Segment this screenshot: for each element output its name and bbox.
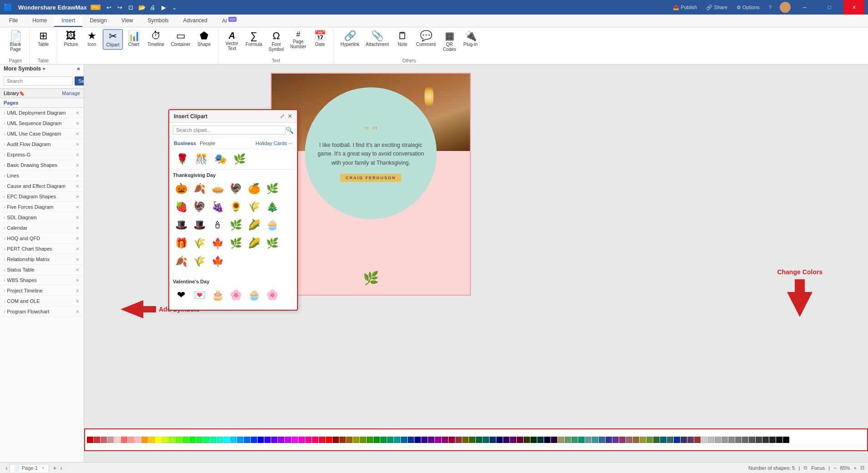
library-item-lines[interactable]: › Lines ✕ (0, 171, 84, 181)
color-swatch[interactable] (223, 437, 230, 443)
clipart-item[interactable]: 🎩 (173, 217, 189, 233)
clipart-item[interactable]: 🌽 (246, 235, 262, 252)
user-avatar[interactable] (780, 2, 791, 13)
color-swatch[interactable] (701, 437, 707, 443)
remove-icon[interactable]: ✕ (75, 215, 80, 220)
color-swatch[interactable] (681, 437, 687, 443)
color-swatch[interactable] (401, 437, 407, 443)
color-swatch[interactable] (87, 437, 93, 443)
color-swatch[interactable] (715, 437, 721, 443)
page-tab-close-icon[interactable]: ✕ (41, 466, 45, 470)
formula-button[interactable]: ∑ Formula (243, 29, 265, 49)
clipart-item[interactable]: ❤ (173, 287, 189, 303)
color-swatch[interactable] (490, 437, 496, 443)
qat-more-button[interactable]: ⌄ (170, 2, 180, 12)
color-swatch[interactable] (210, 437, 216, 443)
remove-icon[interactable]: ✕ (75, 257, 80, 262)
clipart-item[interactable]: 🍓 (173, 199, 189, 215)
clipart-item[interactable]: 🍂 (191, 181, 207, 197)
color-swatch[interactable] (264, 437, 271, 443)
library-item-sdl-diagram[interactable]: › SDL Diagram ✕ (0, 212, 84, 223)
clipart-item[interactable]: 🎄 (264, 199, 280, 215)
clipart-holiday-2[interactable]: 🎊 (193, 151, 209, 167)
clipart-item[interactable]: 🎃 (173, 181, 189, 197)
clipart-item[interactable]: 🕯 (209, 217, 226, 233)
run-button[interactable]: ▶ (159, 2, 169, 12)
date-button[interactable]: 📅 Date (310, 29, 330, 49)
color-swatch[interactable] (373, 437, 380, 443)
library-item-relationship-matrix[interactable]: › Relationship Matrix ✕ (0, 254, 84, 265)
tab-insert[interactable]: Insert (54, 15, 82, 27)
add-page-button[interactable]: + (51, 464, 58, 472)
color-swatch[interactable] (653, 437, 660, 443)
clipart-expand-icon[interactable]: ⤢ (280, 113, 285, 120)
library-item-status-table[interactable]: › Status Table ✕ (0, 265, 84, 275)
clipart-item[interactable]: 🍁 (209, 235, 226, 252)
clipart-item[interactable]: 🥧 (209, 181, 226, 197)
clipart-item[interactable]: 🦃 (191, 199, 207, 215)
clipart-item[interactable]: 🌿 (264, 235, 280, 252)
remove-icon[interactable]: ✕ (75, 288, 80, 293)
icon-button[interactable]: ★ Icon (82, 29, 102, 49)
timeline-button[interactable]: ⏱ Timeline (145, 29, 167, 49)
remove-icon[interactable]: ✕ (75, 205, 80, 210)
color-swatch[interactable] (585, 437, 591, 443)
page-1-tab[interactable]: 📄 Page-1 ✕ (10, 464, 49, 472)
tab-view[interactable]: View (114, 15, 141, 27)
note-button[interactable]: 🗒 Note (393, 29, 413, 49)
color-swatch[interactable] (442, 437, 448, 443)
clipart-item[interactable]: 🌾 (246, 199, 262, 215)
color-swatch[interactable] (176, 437, 182, 443)
shape-button[interactable]: ⬟ Shape (194, 29, 214, 49)
color-swatch[interactable] (339, 437, 346, 443)
pages-link[interactable]: Pages (4, 100, 18, 106)
remove-icon[interactable]: ✕ (75, 142, 80, 147)
color-swatch[interactable] (694, 437, 701, 443)
color-swatch[interactable] (107, 437, 114, 443)
color-swatch[interactable] (735, 437, 742, 443)
color-swatch[interactable] (633, 437, 639, 443)
clipart-item[interactable]: 🧁 (264, 217, 280, 233)
color-swatch[interactable] (667, 437, 673, 443)
clipart-item[interactable]: 🎩 (191, 217, 207, 233)
library-item-project-timeline[interactable]: › Project Timeline ✕ (0, 286, 84, 296)
clipart-search-input[interactable] (173, 126, 286, 135)
color-swatch[interactable] (326, 437, 332, 443)
color-swatch[interactable] (162, 437, 168, 443)
color-swatch[interactable] (537, 437, 544, 443)
clipart-holiday-3[interactable]: 🎭 (212, 151, 228, 167)
print-button[interactable]: 🖨 (148, 2, 158, 12)
color-swatch[interactable] (592, 437, 598, 443)
color-swatch[interactable] (640, 437, 646, 443)
page-number-button[interactable]: # PageNumber (288, 29, 309, 51)
library-item-express-g[interactable]: › Express-G ✕ (0, 150, 84, 160)
tab-symbols[interactable]: Symbols (141, 15, 176, 27)
clipart-item[interactable]: 🍁 (209, 253, 226, 270)
maximize-button[interactable]: □ (819, 0, 840, 15)
color-swatch[interactable] (101, 437, 107, 443)
font-symbol-button[interactable]: Ω FontSymbol (266, 29, 286, 54)
tab-ai[interactable]: Ai Hot (215, 15, 244, 27)
library-item-pert-chart[interactable]: › PERT Chart Shapes ✕ (0, 244, 84, 254)
color-swatch[interactable] (298, 437, 305, 443)
color-swatch[interactable] (141, 437, 148, 443)
color-swatch[interactable] (203, 437, 209, 443)
remove-icon[interactable]: ✕ (75, 236, 80, 241)
redo-button[interactable]: ↪ (115, 2, 125, 12)
remove-icon[interactable]: ✕ (75, 173, 80, 178)
color-swatch[interactable] (674, 437, 680, 443)
color-swatch[interactable] (394, 437, 400, 443)
color-swatch[interactable] (728, 437, 735, 443)
clipart-item[interactable]: 🌾 (191, 235, 207, 252)
tab-home[interactable]: Home (25, 15, 54, 27)
color-swatch[interactable] (524, 437, 530, 443)
color-swatch[interactable] (517, 437, 523, 443)
color-swatch[interactable] (749, 437, 755, 443)
library-item-com-ole[interactable]: › COM and OLE ✕ (0, 296, 84, 307)
plugin-button[interactable]: 🔌 Plug-in (460, 29, 480, 49)
tab-file[interactable]: File (2, 15, 25, 27)
minimize-button[interactable]: ─ (794, 0, 815, 15)
clipart-item[interactable]: 🎂 (209, 287, 226, 303)
color-swatch[interactable] (565, 437, 571, 443)
color-swatch[interactable] (428, 437, 434, 443)
